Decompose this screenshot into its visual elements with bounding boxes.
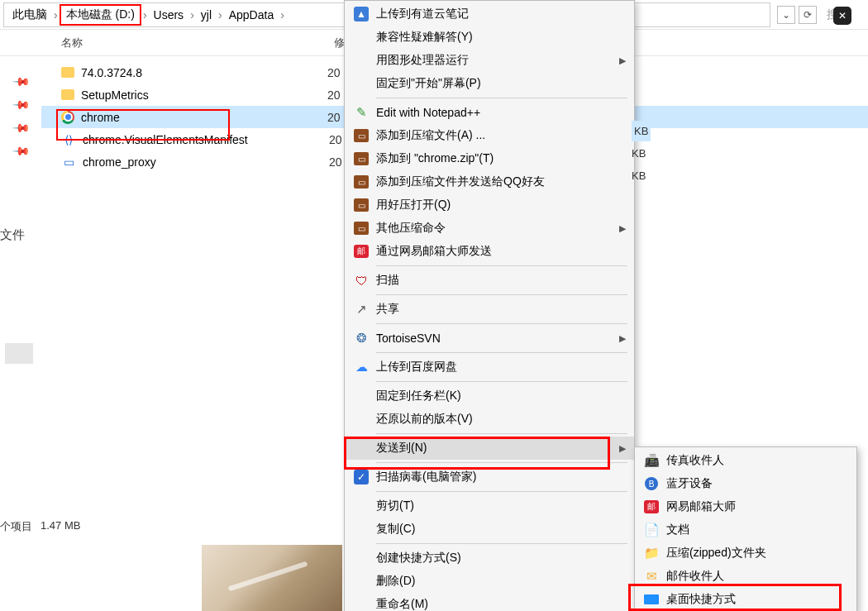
- mcafee-icon: 🛡: [351, 274, 371, 288]
- file-size: KB: [632, 169, 646, 182]
- menu-item-label: 扫描病毒(电脑管家): [371, 470, 626, 485]
- fax-icon: 📠: [641, 453, 661, 468]
- menu-item[interactable]: 剪切(T): [345, 494, 634, 518]
- menu-item-label: 剪切(T): [371, 499, 626, 513]
- exe-icon: ▭: [61, 155, 76, 169]
- pin-icon: 📌: [11, 117, 30, 136]
- chevron-right-icon: ›: [217, 8, 224, 21]
- menu-item[interactable]: 🛡扫描: [345, 269, 634, 292]
- column-name[interactable]: 名称: [61, 36, 334, 50]
- menu-item[interactable]: 复制(C): [345, 518, 634, 541]
- menu-item[interactable]: ▭添加到压缩文件并发送给QQ好友: [345, 170, 634, 193]
- 163-icon: 邮: [641, 500, 661, 513]
- menu-item[interactable]: ↗共享: [345, 298, 634, 321]
- menu-separator: [376, 543, 627, 544]
- green-icon: ✎: [351, 105, 371, 120]
- status-size: 1.47 MB: [41, 519, 80, 534]
- menu-item[interactable]: ✎Edit with Notepad++: [345, 101, 634, 124]
- status-items: 个项目: [0, 519, 32, 534]
- menu-item[interactable]: 兼容性疑难解答(Y): [345, 26, 634, 49]
- menu-item[interactable]: ▭其他压缩命令▶: [345, 217, 634, 240]
- dropdown-button[interactable]: ⌄: [777, 6, 795, 24]
- svn-icon: ❂: [351, 331, 371, 346]
- file-size: KB: [632, 121, 651, 141]
- menu-item[interactable]: ▭用好压打开(Q): [345, 193, 634, 217]
- pin-icon: 📌: [11, 141, 30, 160]
- menu-item-label: Edit with Notepad++: [371, 106, 626, 119]
- context-menu[interactable]: ▲上传到有道云笔记兼容性疑难解答(Y)用图形处理器运行▶固定到"开始"屏幕(P)…: [344, 0, 635, 611]
- menu-item[interactable]: ▭添加到 "chrome.zip"(T): [345, 147, 634, 170]
- menu-item[interactable]: 还原以前的版本(V): [345, 408, 634, 431]
- share-icon: ↗: [351, 302, 371, 317]
- blue-icon: ▲: [351, 7, 371, 21]
- menu-separator: [376, 462, 627, 463]
- menu-item-label: 添加到压缩文件(A) ...: [371, 128, 626, 143]
- submenu-item-label: 网易邮箱大师: [661, 499, 848, 514]
- breadcrumb-item[interactable]: yjl: [196, 7, 217, 23]
- menu-separator: [376, 381, 627, 382]
- chevron-right-icon: ›: [279, 8, 286, 21]
- preview-image: [202, 545, 342, 611]
- submenu-item-label: 蓝牙设备: [661, 476, 848, 491]
- menu-item-label: TortoiseSVN: [371, 332, 619, 345]
- arch-icon: ▭: [351, 129, 371, 142]
- menu-item[interactable]: ▭添加到压缩文件(A) ...: [345, 124, 634, 147]
- menu-item[interactable]: ▲上传到有道云笔记: [345, 2, 634, 26]
- menu-item-label: 其他压缩命令: [371, 221, 619, 236]
- menu-item-label: 创建快捷方式(S): [371, 551, 626, 566]
- zip-icon: 📁: [641, 546, 661, 561]
- overlay-close-icon[interactable]: ✕: [833, 7, 851, 25]
- left-pane-partial: 文件: [0, 227, 25, 243]
- quick-access-rail: 📌 📌 📌 📌: [0, 56, 41, 173]
- bt-icon: B: [641, 477, 661, 490]
- submenu-arrow-icon: ▶: [619, 333, 626, 344]
- menu-item-label: 共享: [371, 302, 626, 317]
- submenu-item[interactable]: 📠传真收件人: [635, 449, 856, 472]
- menu-item-label: 用图形处理器运行: [371, 53, 619, 68]
- menu-separator: [376, 352, 627, 353]
- chrome-icon: [61, 111, 74, 124]
- menu-item[interactable]: 用图形处理器运行▶: [345, 49, 634, 72]
- menu-item-label: 固定到"开始"屏幕(P): [371, 76, 626, 91]
- menu-item[interactable]: 删除(D): [345, 570, 634, 593]
- menu-separator: [376, 98, 627, 98]
- refresh-button[interactable]: ⟳: [799, 6, 817, 24]
- status-bar: 个项目 1.47 MB: [0, 519, 80, 534]
- menu-item[interactable]: 固定到"开始"屏幕(P): [345, 72, 634, 95]
- submenu-item[interactable]: 邮网易邮箱大师: [635, 495, 856, 518]
- menu-item[interactable]: 重命名(M): [345, 593, 634, 611]
- menu-item-label: 发送到(N): [371, 441, 619, 456]
- sendto-submenu[interactable]: 📠传真收件人B蓝牙设备邮网易邮箱大师📄文档📁压缩(zipped)文件夹✉邮件收件…: [634, 446, 857, 611]
- menu-item-label: 添加到 "chrome.zip"(T): [371, 151, 626, 166]
- breadcrumb-item[interactable]: AppData: [224, 7, 279, 23]
- file-name: SetupMetrics: [81, 88, 327, 102]
- breadcrumb-item[interactable]: 本地磁盘 (D:): [60, 4, 141, 26]
- menu-item[interactable]: ❂TortoiseSVN▶: [345, 327, 634, 350]
- menu-item[interactable]: 邮通过网易邮箱大师发送: [345, 240, 634, 263]
- menu-separator: [376, 265, 627, 266]
- chevron-right-icon: ›: [52, 8, 60, 21]
- menu-item[interactable]: ✓扫描病毒(电脑管家): [345, 465, 634, 489]
- menu-item-label: 删除(D): [371, 574, 626, 589]
- arch-icon: ▭: [351, 175, 371, 189]
- menu-item-label: 上传到百度网盘: [371, 360, 626, 375]
- arch-icon: ▭: [351, 152, 371, 165]
- submenu-item[interactable]: ✉邮件收件人: [635, 565, 856, 588]
- submenu-item[interactable]: 桌面快捷方式: [635, 588, 856, 611]
- file-name: chrome.VisualElementsManifest: [83, 133, 329, 146]
- breadcrumb-item[interactable]: 此电脑: [7, 6, 52, 24]
- menu-separator: [376, 323, 627, 324]
- menu-item[interactable]: 发送到(N)▶: [345, 437, 634, 460]
- pin-icon: 📌: [11, 94, 30, 113]
- doc-icon: 📄: [641, 523, 661, 537]
- menu-item[interactable]: ☁上传到百度网盘: [345, 356, 634, 379]
- submenu-item[interactable]: 📁压缩(zipped)文件夹: [635, 542, 856, 565]
- submenu-item[interactable]: 📄文档: [635, 518, 856, 542]
- breadcrumb-item[interactable]: Users: [149, 7, 189, 23]
- submenu-item[interactable]: B蓝牙设备: [635, 472, 856, 495]
- menu-item[interactable]: 创建快捷方式(S): [345, 547, 634, 570]
- menu-separator: [376, 433, 627, 434]
- arch-icon: ▭: [351, 222, 371, 235]
- menu-item[interactable]: 固定到任务栏(K): [345, 384, 634, 408]
- folder-icon: [61, 89, 74, 100]
